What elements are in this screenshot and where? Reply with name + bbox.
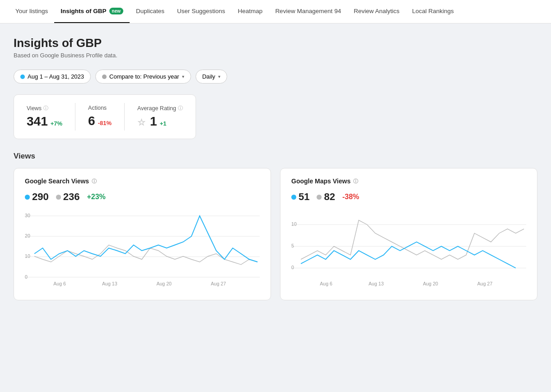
nav-item-local-rankings[interactable]: Local Rankings (406, 0, 460, 23)
stat-avg-rating: Average Rating ⓘ ☆ 1 +1 (125, 103, 196, 131)
star-icon: ☆ (137, 117, 145, 128)
compare-button[interactable]: Compare to: Previous year ▾ (95, 70, 191, 84)
rating-info-icon[interactable]: ⓘ (178, 105, 183, 112)
search-chart: 30 20 10 0 Aug 6 Aug 13 Aug 20 Aug 27 (25, 210, 260, 291)
svg-text:0: 0 (291, 265, 294, 270)
stat-actions-value: 6 -81% (88, 114, 112, 128)
top-navigation: Your listings Insights of GBP new Duplic… (0, 0, 551, 23)
date-dot (20, 75, 25, 79)
maps-previous-dot (317, 195, 322, 200)
svg-text:Aug 13: Aug 13 (102, 281, 117, 286)
frequency-button[interactable]: Daily ▾ (196, 70, 227, 84)
stat-views: Views ⓘ 341 +7% (14, 103, 75, 131)
search-current-value: 290 (25, 191, 49, 203)
main-content: Insights of GBP Based on Google Business… (0, 23, 551, 313)
views-change: +7% (51, 120, 62, 127)
stat-actions: Actions 6 -81% (75, 103, 125, 131)
stat-actions-label: Actions (88, 105, 112, 111)
page-subtitle: Based on Google Business Profile data. (14, 52, 537, 59)
svg-text:Aug 27: Aug 27 (211, 281, 226, 286)
actions-change: -81% (98, 120, 112, 126)
google-maps-title: Google Maps Views ⓘ (291, 177, 526, 185)
svg-text:10: 10 (25, 253, 30, 259)
svg-text:10: 10 (291, 221, 297, 227)
maps-current-value: 51 (291, 191, 309, 203)
svg-text:Aug 27: Aug 27 (477, 281, 493, 286)
maps-chart-legend: 51 82 -38% (291, 191, 526, 203)
compare-label: Compare to: Previous year (109, 73, 179, 80)
svg-text:20: 20 (25, 233, 30, 238)
nav-item-heatmap[interactable]: Heatmap (232, 0, 269, 23)
svg-text:5: 5 (291, 243, 294, 248)
views-section-title: Views (14, 152, 537, 161)
svg-text:30: 30 (25, 213, 30, 218)
nav-item-listings[interactable]: Your listings (9, 0, 54, 23)
stat-views-label: Views ⓘ (27, 105, 62, 112)
search-previous-value: 236 (56, 191, 80, 203)
maps-previous-value: 82 (317, 191, 335, 203)
nav-item-suggestions[interactable]: User Suggestions (171, 0, 232, 23)
search-chart-legend: 290 236 +23% (25, 191, 260, 203)
svg-text:Aug 6: Aug 6 (53, 281, 66, 286)
views-info-icon[interactable]: ⓘ (43, 105, 48, 112)
svg-text:Aug 6: Aug 6 (320, 281, 332, 286)
svg-text:Aug 20: Aug 20 (423, 281, 438, 286)
rating-change: +1 (160, 120, 167, 127)
google-search-title: Google Search Views ⓘ (25, 177, 260, 185)
chevron-down-icon: ▾ (182, 74, 184, 79)
svg-text:0: 0 (25, 274, 28, 280)
stat-views-value: 341 +7% (27, 114, 62, 129)
svg-text:Aug 20: Aug 20 (156, 281, 172, 286)
maps-change-pct: -38% (342, 193, 359, 201)
page-title: Insights of GBP (14, 36, 537, 50)
stat-avg-rating-value: ☆ 1 +1 (137, 114, 183, 129)
maps-current-dot (291, 195, 296, 200)
nav-item-insights[interactable]: Insights of GBP new (54, 0, 130, 23)
search-current-dot (25, 195, 30, 200)
stat-avg-rating-label: Average Rating ⓘ (137, 105, 183, 112)
search-chart-info-icon[interactable]: ⓘ (92, 178, 97, 185)
google-maps-views-card: Google Maps Views ⓘ 51 82 -38% (280, 168, 537, 300)
review-management-count: 94 (334, 8, 341, 14)
maps-chart: 10 5 0 Aug 6 Aug 13 Aug 20 Aug 27 (291, 210, 526, 291)
svg-text:Aug 13: Aug 13 (369, 281, 384, 286)
search-change-pct: +23% (87, 193, 105, 201)
search-previous-dot (56, 195, 61, 200)
frequency-label: Daily (202, 73, 215, 80)
google-search-views-card: Google Search Views ⓘ 290 236 +23% (14, 168, 271, 300)
chevron-down-icon-2: ▾ (218, 74, 220, 79)
date-range-label: Aug 1 – Aug 31, 2023 (28, 73, 84, 80)
stats-card: Views ⓘ 341 +7% Actions 6 -81% Average R… (14, 94, 196, 139)
maps-chart-info-icon[interactable]: ⓘ (353, 178, 358, 185)
charts-row: Google Search Views ⓘ 290 236 +23% (14, 168, 537, 300)
nav-item-review-management[interactable]: Review Management 94 (269, 0, 347, 23)
compare-dot (102, 75, 107, 79)
nav-item-duplicates[interactable]: Duplicates (130, 0, 171, 23)
filters-row: Aug 1 – Aug 31, 2023 Compare to: Previou… (14, 70, 537, 84)
badge-new: new (109, 8, 123, 14)
date-range-button[interactable]: Aug 1 – Aug 31, 2023 (14, 70, 91, 84)
nav-item-review-analytics[interactable]: Review Analytics (347, 0, 406, 23)
